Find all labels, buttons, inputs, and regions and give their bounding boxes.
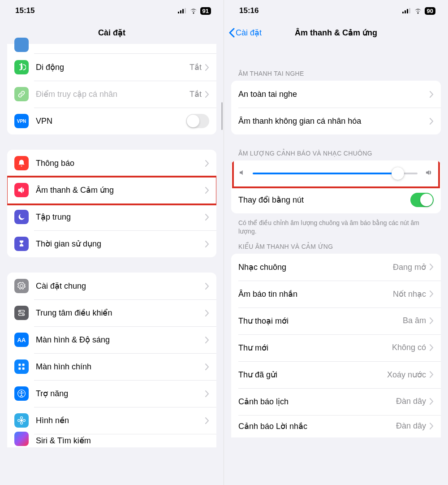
chevron-right-icon	[430, 118, 434, 125]
row-new-mail[interactable]: Thư mới Không có	[231, 334, 441, 361]
row-sounds[interactable]: Âm thanh & Cảm ứng	[7, 177, 216, 204]
row-reminder-alert[interactable]: Cảnh báo Lời nhắc Đàn dây	[231, 415, 441, 437]
chevron-right-icon	[205, 241, 209, 247]
chevron-right-icon	[205, 160, 209, 167]
row-label: Cảnh báo lịch	[238, 397, 396, 407]
row-spatial-audio[interactable]: Âm thanh không gian cá nhân hóa	[231, 108, 441, 134]
siri-icon	[14, 432, 29, 446]
svg-rect-11	[22, 368, 25, 370]
row-value: Không có	[392, 343, 426, 352]
status-icons: 91	[178, 7, 211, 15]
chevron-right-icon	[205, 64, 209, 71]
section-ringer-volume: Thay đổi bằng nút	[231, 160, 441, 213]
row-control-center[interactable]: Trung tâm điều khiển	[7, 299, 216, 326]
svg-point-15	[21, 417, 23, 419]
row-siri[interactable]: Siri & Tìm kiếm	[7, 434, 216, 447]
svg-rect-19	[402, 12, 404, 13]
chevron-right-icon	[430, 423, 434, 429]
row-value: Tắt	[190, 89, 202, 99]
svg-point-16	[21, 422, 23, 424]
settings-main-pane: 15:15 91 Cài đặt Di động Tắt Điểm truy c…	[0, 0, 224, 485]
row-general[interactable]: Cài đặt chung	[7, 273, 216, 299]
volume-high-icon	[424, 169, 434, 178]
link-icon	[14, 87, 29, 101]
svg-point-14	[21, 420, 23, 422]
row-change-with-buttons[interactable]: Thay đổi bằng nút	[231, 186, 441, 213]
row-ringtone[interactable]: Nhạc chuông Đang mở	[231, 254, 441, 281]
row-display[interactable]: AA Màn hình & Độ sáng	[7, 326, 216, 353]
page-title: Âm thanh & Cảm ứng	[295, 28, 377, 38]
change-buttons-toggle[interactable]	[410, 193, 434, 207]
row-notifications[interactable]: Thông báo	[7, 150, 216, 177]
vpn-icon: VPN	[14, 114, 29, 128]
row-label: Thư thoại mới	[238, 316, 403, 326]
svg-point-13	[21, 391, 22, 392]
status-icons: 90	[402, 7, 435, 15]
battery-badge: 91	[200, 7, 211, 15]
row-text-tone[interactable]: Âm báo tin nhắn Nốt nhạc	[231, 281, 441, 307]
row-calendar-alert[interactable]: Cảnh báo lịch Đàn dây	[231, 388, 441, 415]
svg-rect-3	[185, 8, 186, 13]
wifi-icon	[414, 8, 422, 14]
row-new-voicemail[interactable]: Thư thoại mới Ba âm	[231, 307, 441, 334]
flower-icon	[14, 413, 29, 428]
row-focus[interactable]: Tập trung	[7, 204, 216, 230]
status-time: 15:16	[239, 6, 258, 15]
chevron-right-icon	[205, 390, 209, 397]
row-label: VPN	[36, 117, 186, 126]
row-label: Màn hình & Độ sáng	[36, 335, 205, 345]
section-sound-patterns: Nhạc chuông Đang mở Âm báo tin nhắn Nốt …	[231, 254, 441, 437]
volume-slider[interactable]	[253, 173, 418, 174]
row-label: Điểm truy cập cá nhân	[36, 89, 190, 99]
wifi-icon	[190, 8, 198, 14]
accessibility-icon	[14, 386, 29, 401]
volume-low-icon	[238, 169, 246, 178]
page-title: Cài đặt	[98, 28, 125, 38]
row-headphone-safety[interactable]: An toàn tai nghe	[231, 81, 441, 108]
row-label: Siri & Tìm kiếm	[36, 436, 209, 446]
scrollbar[interactable]	[221, 102, 223, 130]
chevron-right-icon	[205, 91, 209, 98]
settings-group-notifications: Thông báo Âm thanh & Cảm ứng Tập trung T…	[7, 150, 216, 257]
settings-group-general: Cài đặt chung Trung tâm điều khiển AA Mà…	[7, 273, 216, 447]
row-value: Ba âm	[403, 316, 426, 325]
row-value: Nốt nhạc	[393, 289, 426, 299]
hourglass-icon	[14, 237, 29, 251]
chevron-right-icon	[430, 264, 434, 270]
row-home-screen[interactable]: Màn hình chính	[7, 353, 216, 380]
row-label: Thông báo	[36, 159, 205, 168]
row-label: Âm báo tin nhắn	[238, 289, 393, 299]
svg-rect-6	[18, 314, 24, 316]
chevron-right-icon	[430, 91, 434, 98]
chevron-right-icon	[205, 187, 209, 194]
row-screentime[interactable]: Thời gian sử dụng	[7, 230, 216, 257]
row-wallpaper[interactable]: Hình nền	[7, 407, 216, 434]
svg-point-17	[18, 420, 20, 422]
settings-sounds-pane: 15:16 90 Cài đặt Âm thanh & Cảm ứng ÂM T…	[224, 0, 448, 485]
vpn-toggle[interactable]	[186, 114, 209, 128]
row-label: An toàn tai nghe	[238, 90, 430, 99]
svg-point-18	[23, 420, 25, 422]
row-hotspot[interactable]: Điểm truy cập cá nhân Tắt	[7, 81, 216, 108]
svg-rect-22	[409, 8, 410, 13]
row-label: Di động	[36, 62, 190, 72]
row-label: Hình nền	[36, 416, 205, 425]
row-sent-mail[interactable]: Thư đã gửi Xoáy nước	[231, 361, 441, 388]
row-cellular[interactable]: Di động Tắt	[7, 54, 216, 81]
back-button[interactable]: Cài đặt	[228, 28, 262, 38]
volume-slider-row	[231, 160, 441, 186]
row-accessibility[interactable]: Trợ năng	[7, 380, 216, 407]
row-value: Đàn dây	[396, 421, 426, 431]
row-label: Thời gian sử dụng	[36, 239, 205, 249]
chevron-right-icon	[430, 371, 434, 378]
gear-icon	[14, 279, 29, 293]
nav-header: Cài đặt Âm thanh & Cảm ứng	[224, 22, 448, 44]
settings-group-network: Di động Tắt Điểm truy cập cá nhân Tắt VP…	[7, 44, 216, 134]
svg-rect-21	[407, 9, 408, 13]
svg-rect-4	[18, 310, 24, 312]
row-vpn[interactable]: VPN VPN	[7, 108, 216, 134]
row-label: Tập trung	[36, 212, 205, 222]
chevron-right-icon	[205, 283, 209, 290]
chevron-right-icon	[205, 364, 209, 370]
status-time: 15:15	[15, 6, 34, 15]
